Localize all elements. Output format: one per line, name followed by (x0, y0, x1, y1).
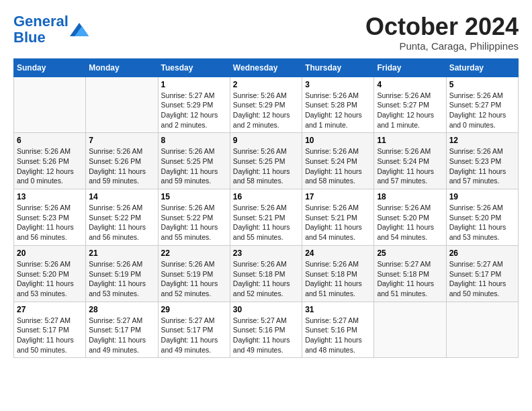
calendar-cell: 8Sunrise: 5:26 AM Sunset: 5:25 PM Daylig… (158, 133, 230, 189)
day-number: 25 (377, 248, 443, 258)
calendar-cell: 10Sunrise: 5:26 AM Sunset: 5:24 PM Dayli… (302, 133, 374, 189)
day-info: Sunrise: 5:26 AM Sunset: 5:24 PM Dayligh… (305, 146, 371, 186)
day-number: 27 (17, 305, 83, 314)
day-number: 16 (233, 192, 299, 201)
day-info: Sunrise: 5:26 AM Sunset: 5:25 PM Dayligh… (161, 146, 227, 186)
col-header-wednesday: Wednesday (230, 58, 302, 77)
calendar-cell: 6Sunrise: 5:26 AM Sunset: 5:26 PM Daylig… (14, 133, 86, 189)
day-info: Sunrise: 5:26 AM Sunset: 5:21 PM Dayligh… (305, 203, 371, 242)
day-info: Sunrise: 5:27 AM Sunset: 5:17 PM Dayligh… (449, 259, 515, 299)
calendar-cell: 28Sunrise: 5:27 AM Sunset: 5:17 PM Dayli… (86, 302, 158, 358)
col-header-tuesday: Tuesday (158, 58, 230, 77)
day-number: 9 (233, 136, 299, 145)
day-info: Sunrise: 5:27 AM Sunset: 5:18 PM Dayligh… (377, 259, 443, 299)
day-number: 26 (449, 248, 515, 258)
calendar-cell: 29Sunrise: 5:27 AM Sunset: 5:17 PM Dayli… (158, 302, 230, 358)
calendar-cell: 26Sunrise: 5:27 AM Sunset: 5:17 PM Dayli… (446, 245, 518, 302)
calendar-cell: 22Sunrise: 5:26 AM Sunset: 5:19 PM Dayli… (158, 245, 230, 302)
calendar-cell: 24Sunrise: 5:26 AM Sunset: 5:18 PM Dayli… (302, 245, 374, 302)
day-number: 28 (89, 305, 154, 314)
logo-icon (70, 23, 89, 36)
day-number: 11 (377, 136, 443, 145)
calendar-cell (86, 77, 158, 133)
week-row-3: 13Sunrise: 5:26 AM Sunset: 5:23 PM Dayli… (14, 189, 519, 246)
day-number: 17 (305, 192, 371, 201)
month-title: October 2024 (365, 13, 519, 40)
day-info: Sunrise: 5:27 AM Sunset: 5:17 PM Dayligh… (89, 316, 154, 355)
day-info: Sunrise: 5:26 AM Sunset: 5:22 PM Dayligh… (161, 203, 227, 242)
day-number: 5 (449, 80, 515, 89)
page-header: GeneralBlue October 2024 Punta, Caraga, … (13, 13, 519, 52)
day-number: 6 (17, 136, 83, 145)
calendar-cell: 3Sunrise: 5:26 AM Sunset: 5:28 PM Daylig… (302, 77, 374, 133)
week-row-1: 1Sunrise: 5:27 AM Sunset: 5:29 PM Daylig… (14, 77, 519, 133)
day-number: 29 (161, 305, 227, 314)
col-header-friday: Friday (374, 58, 446, 77)
calendar-cell: 9Sunrise: 5:26 AM Sunset: 5:25 PM Daylig… (230, 133, 302, 189)
day-info: Sunrise: 5:27 AM Sunset: 5:17 PM Dayligh… (17, 316, 83, 355)
day-info: Sunrise: 5:26 AM Sunset: 5:21 PM Dayligh… (233, 203, 299, 242)
col-header-saturday: Saturday (446, 58, 518, 77)
day-info: Sunrise: 5:26 AM Sunset: 5:26 PM Dayligh… (89, 146, 154, 186)
day-info: Sunrise: 5:26 AM Sunset: 5:27 PM Dayligh… (449, 91, 515, 130)
calendar-cell: 15Sunrise: 5:26 AM Sunset: 5:22 PM Dayli… (158, 189, 230, 246)
calendar-cell: 4Sunrise: 5:26 AM Sunset: 5:27 PM Daylig… (374, 77, 446, 133)
day-number: 21 (89, 248, 154, 258)
day-info: Sunrise: 5:26 AM Sunset: 5:23 PM Dayligh… (17, 203, 83, 242)
location: Punta, Caraga, Philippines (365, 40, 519, 52)
day-number: 8 (161, 136, 227, 145)
day-number: 4 (377, 80, 443, 89)
day-info: Sunrise: 5:26 AM Sunset: 5:22 PM Dayligh… (89, 203, 154, 242)
calendar-table: SundayMondayTuesdayWednesdayThursdayFrid… (13, 58, 519, 359)
day-info: Sunrise: 5:27 AM Sunset: 5:16 PM Dayligh… (233, 316, 299, 355)
day-info: Sunrise: 5:26 AM Sunset: 5:28 PM Dayligh… (305, 91, 371, 130)
day-info: Sunrise: 5:26 AM Sunset: 5:19 PM Dayligh… (89, 259, 154, 299)
calendar-cell: 12Sunrise: 5:26 AM Sunset: 5:23 PM Dayli… (446, 133, 518, 189)
day-number: 14 (89, 192, 154, 201)
calendar-cell: 18Sunrise: 5:26 AM Sunset: 5:20 PM Dayli… (374, 189, 446, 246)
calendar-cell: 1Sunrise: 5:27 AM Sunset: 5:29 PM Daylig… (158, 77, 230, 133)
day-number: 10 (305, 136, 371, 145)
day-number: 13 (17, 192, 83, 201)
day-info: Sunrise: 5:26 AM Sunset: 5:18 PM Dayligh… (305, 259, 371, 299)
day-number: 1 (161, 80, 227, 89)
calendar-cell: 7Sunrise: 5:26 AM Sunset: 5:26 PM Daylig… (86, 133, 158, 189)
calendar-cell: 25Sunrise: 5:27 AM Sunset: 5:18 PM Dayli… (374, 245, 446, 302)
day-number: 30 (233, 305, 299, 314)
day-info: Sunrise: 5:26 AM Sunset: 5:18 PM Dayligh… (233, 259, 299, 299)
calendar-cell: 27Sunrise: 5:27 AM Sunset: 5:17 PM Dayli… (14, 302, 86, 358)
calendar-cell (14, 77, 86, 133)
day-number: 20 (17, 248, 83, 258)
week-row-5: 27Sunrise: 5:27 AM Sunset: 5:17 PM Dayli… (14, 302, 519, 358)
col-header-monday: Monday (86, 58, 158, 77)
day-info: Sunrise: 5:26 AM Sunset: 5:20 PM Dayligh… (17, 259, 83, 299)
day-number: 7 (89, 136, 154, 145)
day-info: Sunrise: 5:26 AM Sunset: 5:23 PM Dayligh… (449, 146, 515, 186)
day-info: Sunrise: 5:26 AM Sunset: 5:19 PM Dayligh… (161, 259, 227, 299)
day-number: 31 (305, 305, 371, 314)
logo: GeneralBlue (13, 13, 89, 46)
day-info: Sunrise: 5:26 AM Sunset: 5:25 PM Dayligh… (233, 146, 299, 186)
day-number: 23 (233, 248, 299, 258)
day-info: Sunrise: 5:27 AM Sunset: 5:16 PM Dayligh… (305, 316, 371, 355)
day-number: 19 (449, 192, 515, 201)
day-info: Sunrise: 5:26 AM Sunset: 5:20 PM Dayligh… (449, 203, 515, 242)
week-row-4: 20Sunrise: 5:26 AM Sunset: 5:20 PM Dayli… (14, 245, 519, 302)
calendar-cell: 13Sunrise: 5:26 AM Sunset: 5:23 PM Dayli… (14, 189, 86, 246)
calendar-cell: 30Sunrise: 5:27 AM Sunset: 5:16 PM Dayli… (230, 302, 302, 358)
calendar-cell: 16Sunrise: 5:26 AM Sunset: 5:21 PM Dayli… (230, 189, 302, 246)
calendar-cell: 31Sunrise: 5:27 AM Sunset: 5:16 PM Dayli… (302, 302, 374, 358)
day-number: 15 (161, 192, 227, 201)
day-number: 18 (377, 192, 443, 201)
week-row-2: 6Sunrise: 5:26 AM Sunset: 5:26 PM Daylig… (14, 133, 519, 189)
day-number: 12 (449, 136, 515, 145)
calendar-cell: 2Sunrise: 5:26 AM Sunset: 5:29 PM Daylig… (230, 77, 302, 133)
day-number: 24 (305, 248, 371, 258)
col-header-thursday: Thursday (302, 58, 374, 77)
calendar-cell: 23Sunrise: 5:26 AM Sunset: 5:18 PM Dayli… (230, 245, 302, 302)
calendar-cell (446, 302, 518, 358)
day-info: Sunrise: 5:26 AM Sunset: 5:24 PM Dayligh… (377, 146, 443, 186)
day-info: Sunrise: 5:27 AM Sunset: 5:17 PM Dayligh… (161, 316, 227, 355)
calendar-cell: 11Sunrise: 5:26 AM Sunset: 5:24 PM Dayli… (374, 133, 446, 189)
calendar-cell: 5Sunrise: 5:26 AM Sunset: 5:27 PM Daylig… (446, 77, 518, 133)
